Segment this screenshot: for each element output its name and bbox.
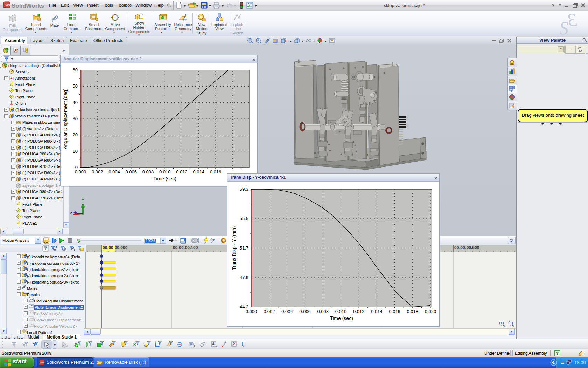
svg-text:59.3: 59.3 (240, 186, 248, 192)
svg-text:51.7: 51.7 (240, 245, 248, 251)
svg-text:30: 30 (73, 116, 78, 121)
svg-text:0.018: 0.018 (407, 309, 419, 314)
svg-text:0.014: 0.014 (371, 309, 383, 314)
svg-text:50: 50 (73, 83, 78, 89)
svg-text:20: 20 (73, 132, 78, 137)
svg-text:0.006: 0.006 (299, 309, 311, 314)
svg-text:47.9: 47.9 (240, 275, 248, 280)
svg-text:Time (sec): Time (sec) (153, 176, 176, 182)
svg-text:60: 60 (73, 67, 78, 73)
svg-text:40: 40 (73, 100, 78, 105)
svg-text:0.016: 0.016 (389, 309, 400, 314)
svg-text:55.5: 55.5 (240, 216, 248, 221)
svg-text:0.008: 0.008 (142, 169, 154, 175)
svg-text:0.004: 0.004 (108, 169, 120, 175)
svg-text:0.002: 0.002 (92, 169, 103, 175)
svg-text:0.006: 0.006 (126, 169, 137, 175)
svg-text:0.000: 0.000 (246, 309, 257, 314)
svg-text:Trans Disp - Y (mm): Trans Disp - Y (mm) (231, 226, 237, 270)
svg-text:Time (sec): Time (sec) (330, 315, 353, 321)
svg-text:10: 10 (73, 149, 78, 154)
svg-text:0.002: 0.002 (264, 309, 275, 314)
svg-text:0.016: 0.016 (210, 169, 222, 175)
svg-text:0.020: 0.020 (425, 309, 436, 314)
svg-text:SW: SW (5, 3, 10, 7)
svg-text:0.008: 0.008 (317, 309, 329, 314)
svg-text:100%: 100% (146, 239, 155, 243)
svg-text:0.000: 0.000 (75, 169, 86, 175)
svg-text:Angular Displacement (deg): Angular Displacement (deg) (63, 88, 68, 149)
svg-text:0.012: 0.012 (176, 169, 188, 175)
svg-text:SW: SW (40, 361, 45, 364)
svg-text:Z: Z (70, 211, 73, 215)
svg-text:0.010: 0.010 (335, 309, 347, 314)
svg-text:0.012: 0.012 (353, 309, 365, 314)
svg-text:A: A (212, 342, 215, 346)
svg-text:0.014: 0.014 (193, 169, 205, 175)
svg-text:0.004: 0.004 (281, 309, 293, 314)
svg-text:0.010: 0.010 (159, 169, 171, 175)
